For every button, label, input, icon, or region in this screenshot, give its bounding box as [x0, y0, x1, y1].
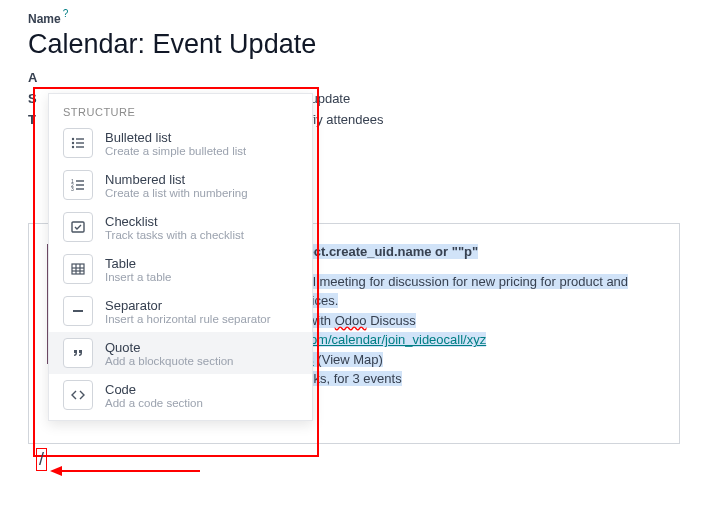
- form-label-s: S: [28, 91, 36, 106]
- menu-item-separator[interactable]: SeparatorInsert a horizontal rule separa…: [49, 290, 312, 332]
- menu-item-table[interactable]: TableInsert a table: [49, 248, 312, 290]
- form-label-t: T: [28, 112, 36, 127]
- slash-character[interactable]: /: [36, 448, 47, 452]
- name-label: Name?: [28, 8, 680, 27]
- menu-item-checklist[interactable]: ChecklistTrack tasks with a checklist: [49, 206, 312, 248]
- menu-item-quote[interactable]: QuoteAdd a blockquote section: [49, 332, 312, 374]
- menu-item-code[interactable]: CodeAdd a code section: [49, 374, 312, 416]
- svg-point-2: [72, 142, 74, 144]
- svg-rect-13: [72, 264, 84, 274]
- svg-rect-7: [76, 180, 84, 181]
- menu-item-numbered-list[interactable]: 123 Numbered listCreate a list with numb…: [49, 164, 312, 206]
- slash-command-menu: STRUCTURE Bulleted listCreate a simple b…: [48, 93, 313, 421]
- menu-item-bulleted-list[interactable]: Bulleted listCreate a simple bulleted li…: [49, 122, 312, 164]
- svg-rect-11: [76, 188, 84, 189]
- help-icon[interactable]: ?: [63, 8, 69, 19]
- checklist-icon: [63, 212, 93, 242]
- svg-rect-12: [72, 222, 84, 232]
- separator-icon: [63, 296, 93, 326]
- svg-point-4: [72, 146, 74, 148]
- svg-rect-3: [76, 142, 84, 143]
- code-icon: [63, 380, 93, 410]
- bulleted-list-icon: [63, 128, 93, 158]
- svg-rect-9: [76, 184, 84, 185]
- svg-rect-1: [76, 138, 84, 139]
- table-icon: [63, 254, 93, 284]
- form-label-a: A: [28, 70, 36, 85]
- quote-icon: [63, 338, 93, 368]
- numbered-list-icon: 123: [63, 170, 93, 200]
- dropdown-section-header: STRUCTURE: [49, 102, 312, 122]
- svg-rect-5: [76, 146, 84, 147]
- page-title[interactable]: Calendar: Event Update: [28, 29, 680, 60]
- form-row-a: A: [28, 70, 680, 85]
- svg-text:3: 3: [71, 186, 74, 192]
- name-label-text: Name: [28, 12, 61, 26]
- svg-point-0: [72, 138, 74, 140]
